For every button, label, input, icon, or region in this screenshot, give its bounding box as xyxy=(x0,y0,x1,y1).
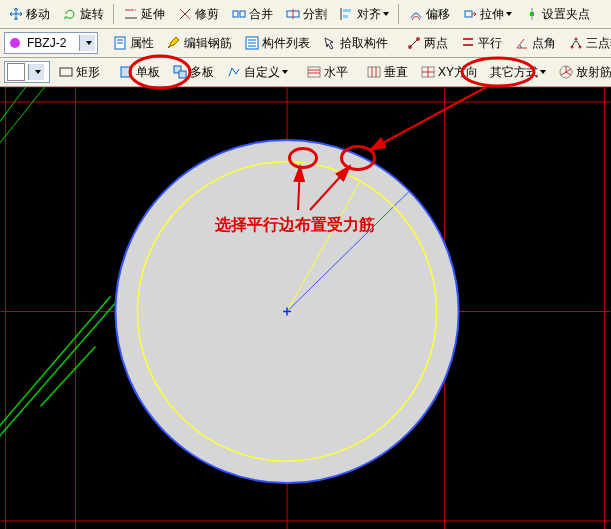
extend-label: 延伸 xyxy=(141,6,165,23)
grip-label: 设置夹点 xyxy=(542,6,590,23)
split-button[interactable]: 分割 xyxy=(280,2,332,26)
vertical-button[interactable]: 垂直 xyxy=(361,60,413,84)
radial-button[interactable]: 放射筋 xyxy=(553,60,611,84)
single-plate-label: 单板 xyxy=(136,64,160,81)
merge-button[interactable]: 合并 xyxy=(226,2,278,26)
dropdown-icon xyxy=(35,70,41,74)
svg-rect-12 xyxy=(465,11,472,17)
component-list-label: 构件列表 xyxy=(262,35,310,52)
attr-label: 属性 xyxy=(130,35,154,52)
combo-dropdown-button[interactable] xyxy=(28,64,44,80)
dropdown-icon xyxy=(540,70,546,74)
multi-plate-button[interactable]: 多板 xyxy=(167,60,219,84)
two-point-label: 两点 xyxy=(424,35,448,52)
three-aux-label: 三点辅轴 xyxy=(586,35,611,52)
layer-combo-text: FBZJ-2 xyxy=(25,36,79,50)
custom-icon xyxy=(226,64,242,80)
svg-line-58 xyxy=(0,87,61,167)
rotate-icon xyxy=(62,6,78,22)
two-point-button[interactable]: 两点 xyxy=(401,31,453,55)
xy-dir-button[interactable]: XY方向 xyxy=(415,60,483,84)
xy-dir-label: XY方向 xyxy=(438,64,478,81)
move-icon xyxy=(8,6,24,22)
trim-label: 修剪 xyxy=(195,6,219,23)
component-list-button[interactable]: 构件列表 xyxy=(239,31,315,55)
three-aux-button[interactable]: 三点辅轴 xyxy=(563,31,611,55)
layer-icon xyxy=(7,35,23,51)
rect-icon xyxy=(58,64,74,80)
svg-line-62 xyxy=(41,346,96,406)
dropdown-icon xyxy=(506,12,512,16)
align-button[interactable]: 对齐 xyxy=(334,2,394,26)
merge-icon xyxy=(231,6,247,22)
three-point-icon xyxy=(568,35,584,51)
svg-rect-38 xyxy=(368,67,380,77)
list-icon xyxy=(244,35,260,51)
trim-button[interactable]: 修剪 xyxy=(172,2,224,26)
color-combo[interactable] xyxy=(4,61,50,83)
dropdown-icon xyxy=(383,12,389,16)
multi-plate-label: 多板 xyxy=(190,64,214,81)
extend-icon xyxy=(123,6,139,22)
move-label: 移动 xyxy=(26,6,50,23)
pick-component-label: 拾取构件 xyxy=(340,35,388,52)
svg-rect-35 xyxy=(308,67,320,77)
grip-button[interactable]: 设置夹点 xyxy=(519,2,595,26)
pick-icon xyxy=(322,35,338,51)
svg-rect-31 xyxy=(60,68,72,76)
other-way-label: 其它方式 xyxy=(490,64,538,81)
pick-component-button[interactable]: 拾取构件 xyxy=(317,31,393,55)
stretch-button[interactable]: 拉伸 xyxy=(457,2,517,26)
trim-icon xyxy=(177,6,193,22)
offset-label: 偏移 xyxy=(426,6,450,23)
two-point-icon xyxy=(406,35,422,51)
layer-combo[interactable]: FBZJ-2 xyxy=(4,32,98,54)
split-icon xyxy=(285,6,301,22)
color-swatch xyxy=(7,63,25,81)
svg-line-48 xyxy=(561,72,566,75)
svg-point-15 xyxy=(10,38,20,48)
svg-rect-11 xyxy=(343,15,348,18)
svg-rect-32 xyxy=(121,67,131,77)
angle-button[interactable]: 点角 xyxy=(509,31,561,55)
rect-button[interactable]: 矩形 xyxy=(53,60,105,84)
pencil-icon xyxy=(166,35,182,51)
combo-dropdown-button[interactable] xyxy=(79,35,95,51)
svg-line-25 xyxy=(410,39,418,47)
vertical-label: 垂直 xyxy=(384,64,408,81)
svg-line-61 xyxy=(0,292,125,447)
toolbar-row-2: FBZJ-2 属性 编辑钢筋 构件列表 拾取构件 两点 平行 点角 三点辅轴 xyxy=(0,29,611,58)
vertical-icon xyxy=(366,64,382,80)
dropdown-icon xyxy=(282,70,288,74)
properties-icon xyxy=(112,35,128,51)
split-label: 分割 xyxy=(303,6,327,23)
svg-point-29 xyxy=(575,38,578,41)
custom-label: 自定义 xyxy=(244,64,280,81)
radial-icon xyxy=(558,64,574,80)
svg-rect-34 xyxy=(179,71,186,78)
separator xyxy=(113,4,114,24)
custom-button[interactable]: 自定义 xyxy=(221,60,293,84)
move-button[interactable]: 移动 xyxy=(3,2,55,26)
horizontal-button[interactable]: 水平 xyxy=(301,60,353,84)
parallel-button[interactable]: 平行 xyxy=(455,31,507,55)
edit-rebar-button[interactable]: 编辑钢筋 xyxy=(161,31,237,55)
stretch-icon xyxy=(462,6,478,22)
rotate-button[interactable]: 旋转 xyxy=(57,2,109,26)
horizontal-icon xyxy=(306,64,322,80)
extend-button[interactable]: 延伸 xyxy=(118,2,170,26)
svg-line-60 xyxy=(0,297,110,437)
horizontal-label: 水平 xyxy=(324,64,348,81)
attr-button[interactable]: 属性 xyxy=(107,31,159,55)
svg-line-46 xyxy=(566,69,571,72)
svg-rect-5 xyxy=(233,11,238,17)
offset-button[interactable]: 偏移 xyxy=(403,2,455,26)
other-way-button[interactable]: 其它方式 xyxy=(485,60,551,84)
toolbar-row-3: 矩形 单板 多板 自定义 水平 垂直 XY方向 其它方式 放射筋 xyxy=(0,58,611,87)
parallel-icon xyxy=(460,35,476,51)
single-plate-button[interactable]: 单板 xyxy=(113,60,165,84)
dropdown-icon xyxy=(86,41,92,45)
rotate-label: 旋转 xyxy=(80,6,104,23)
drawing-canvas[interactable]: 选择平行边布置受力筋 xyxy=(0,87,611,529)
merge-label: 合并 xyxy=(249,6,273,23)
